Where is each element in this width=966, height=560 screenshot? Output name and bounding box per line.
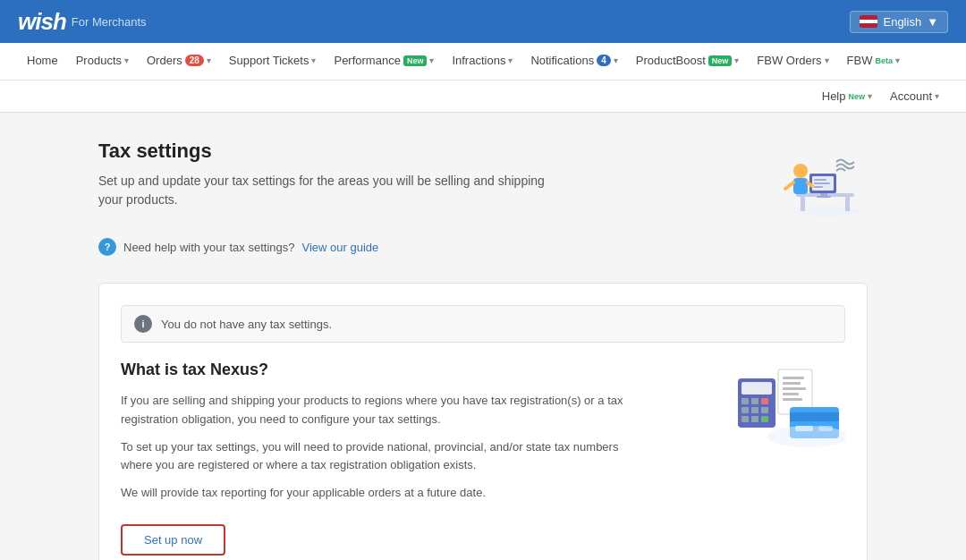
help-link-row: ? Need help with your tax settings? View… xyxy=(98,238,868,256)
language-label: English xyxy=(883,15,921,29)
svg-rect-28 xyxy=(783,382,801,385)
svg-point-36 xyxy=(767,426,845,447)
top-navigation-bar: wish For Merchants English ▼ xyxy=(0,0,966,43)
svg-rect-23 xyxy=(741,416,749,422)
svg-rect-10 xyxy=(814,186,823,188)
nav-productboost[interactable]: ProductBoost New ▾ xyxy=(627,43,749,81)
help-circle-icon: ? xyxy=(98,238,116,256)
info-circle-icon: i xyxy=(134,315,152,333)
help-new-badge: New xyxy=(849,92,866,101)
wish-logo: wish xyxy=(18,8,66,36)
svg-rect-8 xyxy=(814,179,826,181)
tax-nexus-card-body: What is tax Nexus? If you are selling an… xyxy=(121,361,845,560)
notifications-chevron-icon: ▾ xyxy=(614,55,618,65)
help-text: Need help with your tax settings? xyxy=(123,241,295,254)
us-flag-icon xyxy=(860,15,877,28)
tax-settings-card: i You do not have any tax settings. What… xyxy=(98,283,868,560)
fbw-beta-badge: Beta xyxy=(875,56,893,65)
page-header-text: Tax settings Set up and update your tax … xyxy=(98,140,564,209)
nav-support-tickets[interactable]: Support Tickets ▾ xyxy=(220,43,326,81)
logo-area: wish For Merchants xyxy=(18,8,147,36)
svg-line-13 xyxy=(785,182,793,189)
setup-now-button[interactable]: Set up now xyxy=(121,524,225,556)
fbw-orders-chevron-icon: ▾ xyxy=(825,55,829,65)
nav-home[interactable]: Home xyxy=(18,43,67,81)
svg-rect-24 xyxy=(751,416,758,422)
svg-rect-9 xyxy=(814,182,830,184)
account-chevron-icon: ▾ xyxy=(935,91,939,101)
nav-help[interactable]: HelpNew ▾ xyxy=(813,81,881,113)
help-chevron-icon: ▾ xyxy=(868,91,872,101)
nav-fbw-orders[interactable]: FBW Orders ▾ xyxy=(748,43,837,81)
infractions-chevron-icon: ▾ xyxy=(508,55,513,65)
info-banner-text: You do not have any tax settings. xyxy=(161,318,332,331)
main-content: Tax settings Set up and update your tax … xyxy=(80,140,886,560)
nav-infractions[interactable]: Infractions ▾ xyxy=(443,43,521,81)
sub-navigation: HelpNew ▾ Account ▾ xyxy=(0,81,966,113)
svg-rect-7 xyxy=(817,196,831,198)
svg-rect-27 xyxy=(783,377,804,379)
products-chevron-icon: ▾ xyxy=(124,55,129,65)
tax-nexus-text-area: What is tax Nexus? If you are selling an… xyxy=(121,361,640,560)
svg-rect-31 xyxy=(783,398,802,401)
svg-rect-22 xyxy=(761,407,768,413)
tax-nexus-para-2: To set up your tax settings, you will ne… xyxy=(121,438,640,476)
nav-performance[interactable]: Performance New ▾ xyxy=(325,43,443,81)
svg-rect-30 xyxy=(783,393,799,395)
notifications-badge: 4 xyxy=(597,55,611,66)
svg-rect-21 xyxy=(751,407,758,413)
nav-fbw[interactable]: FBWBeta ▾ xyxy=(838,43,909,81)
svg-rect-17 xyxy=(741,398,749,404)
svg-rect-19 xyxy=(761,398,768,404)
support-chevron-icon: ▾ xyxy=(311,55,316,65)
performance-chevron-icon: ▾ xyxy=(429,55,434,65)
productboost-new-badge: New xyxy=(708,55,733,66)
tax-nexus-para-3: We will provide tax reporting for your a… xyxy=(121,484,640,503)
view-guide-link[interactable]: View our guide xyxy=(302,241,379,254)
tax-nexus-para-1: If you are selling and shipping your pro… xyxy=(121,392,640,429)
nav-products[interactable]: Products ▾ xyxy=(67,43,138,81)
for-merchants-label: For Merchants xyxy=(72,15,147,29)
page-description: Set up and update your tax settings for … xyxy=(98,172,564,209)
svg-rect-16 xyxy=(741,382,772,395)
header-illustration xyxy=(760,140,868,220)
nav-account[interactable]: Account ▾ xyxy=(881,81,948,113)
svg-rect-3 xyxy=(845,197,850,211)
page-title: Tax settings xyxy=(98,140,564,163)
orders-chevron-icon: ▾ xyxy=(207,55,211,65)
fbw-chevron-icon: ▾ xyxy=(895,55,900,65)
svg-rect-20 xyxy=(741,407,749,413)
svg-rect-18 xyxy=(751,398,758,404)
productboost-chevron-icon: ▾ xyxy=(734,55,739,65)
language-chevron-icon: ▼ xyxy=(927,15,938,29)
orders-badge: 28 xyxy=(185,55,204,66)
page-header: Tax settings Set up and update your tax … xyxy=(98,140,868,220)
svg-rect-29 xyxy=(783,387,806,390)
svg-rect-33 xyxy=(790,412,839,421)
svg-rect-2 xyxy=(801,197,805,211)
svg-point-11 xyxy=(793,164,808,178)
svg-rect-25 xyxy=(761,416,768,422)
svg-rect-12 xyxy=(793,178,808,194)
language-selector[interactable]: English ▼ xyxy=(850,11,948,33)
tax-illustration xyxy=(729,361,845,453)
info-banner: i You do not have any tax settings. xyxy=(121,305,845,343)
main-navigation: Home Products ▾ Orders 28 ▾ Support Tick… xyxy=(0,43,966,81)
performance-new-badge: New xyxy=(403,55,428,66)
nav-orders[interactable]: Orders 28 ▾ xyxy=(138,43,220,81)
tax-nexus-title: What is tax Nexus? xyxy=(121,361,640,379)
nav-notifications[interactable]: Notifications 4 ▾ xyxy=(521,43,626,81)
